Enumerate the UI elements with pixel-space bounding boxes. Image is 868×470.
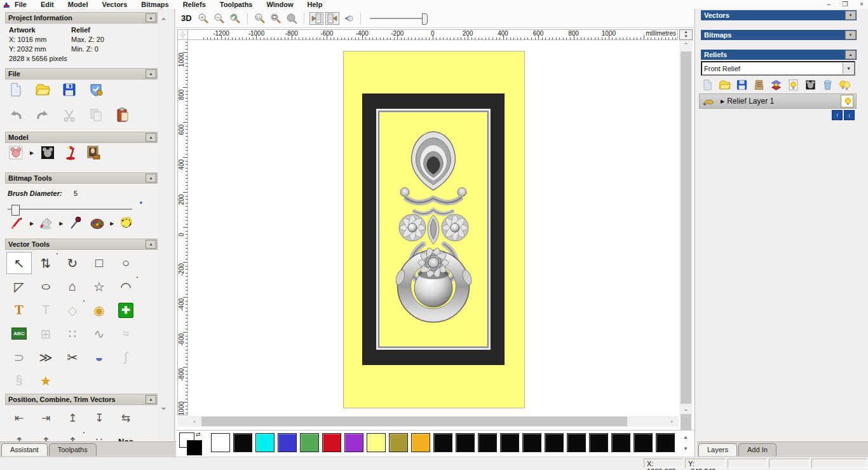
zoom-1to1-icon[interactable]: 1:1 bbox=[253, 11, 267, 25]
flyout-arrow-icon[interactable]: ▶ bbox=[30, 150, 34, 156]
collapse-section-icon[interactable]: ▲ bbox=[146, 133, 156, 142]
menu-vectors[interactable]: Vectors bbox=[102, 1, 128, 8]
flyout-arrow-icon[interactable]: ▶ bbox=[110, 221, 114, 226]
tool-scatter-copies[interactable]: ∷ bbox=[86, 431, 112, 442]
palette-swatch-1[interactable] bbox=[233, 433, 252, 452]
palette-scroll-down-icon[interactable]: ▼ bbox=[681, 445, 690, 453]
units-dropdown-button[interactable]: ▲▼ bbox=[679, 29, 693, 40]
save-model-icon[interactable] bbox=[60, 81, 79, 99]
zoom-previous-icon[interactable] bbox=[228, 11, 242, 25]
bitmap-to-vector-icon[interactable] bbox=[117, 214, 136, 232]
flyout-arrow-icon[interactable]: ▶ bbox=[30, 221, 34, 226]
texture-image-icon[interactable] bbox=[84, 144, 103, 162]
new-layer-icon[interactable] bbox=[701, 78, 714, 92]
section-header-project-information[interactable]: Project Information ▲ bbox=[5, 12, 158, 24]
tool-align-centre[interactable]: ⇆ bbox=[113, 407, 139, 429]
palette-swatch-15[interactable] bbox=[545, 433, 564, 452]
tool-align-left[interactable]: ⇤ bbox=[6, 407, 32, 429]
palette-swatch-12[interactable] bbox=[478, 433, 497, 452]
ruler-corner-crosshair-icon[interactable]: ╬ bbox=[177, 29, 188, 40]
palette-swatch-9[interactable] bbox=[411, 433, 430, 452]
hscroll-thumb[interactable] bbox=[201, 417, 627, 426]
collapse-section-icon[interactable]: ▲ bbox=[146, 240, 156, 249]
section-header-position-combine-trim[interactable]: Position, Combine, Trim Vectors ▲ bbox=[5, 394, 158, 405]
tool-align-bottom[interactable]: ↧ bbox=[86, 407, 112, 429]
tool-create-arc[interactable]: ◠▪ bbox=[113, 275, 139, 298]
palette-swatch-19[interactable] bbox=[634, 433, 653, 452]
tab-toolpaths[interactable]: Toolpaths bbox=[49, 443, 97, 456]
greyscale-layer-icon[interactable] bbox=[804, 78, 817, 92]
move-layer-down-button[interactable]: ↓ bbox=[844, 110, 855, 120]
scroll-right-icon[interactable]: › bbox=[667, 416, 677, 427]
tool-node-editing[interactable]: ⇅▪ bbox=[33, 252, 58, 274]
collapse-section-icon[interactable]: ▲ bbox=[146, 13, 156, 22]
menu-toolpaths[interactable]: Toolpaths bbox=[220, 1, 253, 8]
slider-handle[interactable] bbox=[422, 13, 428, 25]
tool-paste-along-curve[interactable]: ∷ bbox=[60, 322, 85, 345]
vscroll-thumb[interactable] bbox=[681, 52, 691, 433]
tool-vector-library[interactable]: ★ bbox=[33, 370, 58, 392]
palette-swatch-3[interactable] bbox=[278, 433, 297, 452]
lighting-icon[interactable] bbox=[61, 144, 80, 162]
scroll-up-icon[interactable]: ⌃ bbox=[679, 40, 693, 50]
toggle-all-visibility-icon[interactable] bbox=[838, 78, 851, 92]
tab-add-in[interactable]: Add In bbox=[738, 443, 776, 456]
tool-create-ellipse[interactable]: ○ bbox=[33, 275, 58, 298]
tool-measure-tool[interactable]: ◉ bbox=[86, 299, 112, 321]
collapse-panel-icon[interactable]: ▲ bbox=[845, 50, 856, 59]
toggle-right-panel-icon[interactable] bbox=[325, 12, 339, 25]
tool-envelope-distort[interactable]: ⊞ bbox=[33, 322, 58, 345]
relief-layer-row[interactable]: + ▶ Relief Layer 1 bbox=[699, 93, 857, 109]
palette-swatch-18[interactable] bbox=[611, 433, 630, 452]
zoom-slider[interactable] bbox=[370, 13, 430, 24]
scroll-down-icon[interactable]: ⌄ bbox=[160, 402, 167, 411]
menu-help[interactable]: Help bbox=[308, 1, 323, 8]
palette-icon[interactable] bbox=[88, 214, 107, 232]
layer-visibility-icon[interactable] bbox=[787, 78, 800, 92]
cut-icon[interactable] bbox=[60, 106, 79, 124]
tool-fillet-tool[interactable]: ◒ bbox=[86, 346, 112, 368]
flyout-arrow-icon[interactable]: ▶ bbox=[59, 221, 63, 226]
palette-swatch-8[interactable] bbox=[389, 433, 408, 452]
scroll-down-icon[interactable]: ⌄ bbox=[679, 404, 693, 414]
save-layer-icon[interactable] bbox=[735, 78, 749, 92]
collapse-section-icon[interactable]: ▲ bbox=[146, 395, 156, 404]
tool-align-right[interactable]: ⇥ bbox=[33, 407, 58, 429]
tool-create-star[interactable]: ☆ bbox=[86, 275, 112, 298]
tool-join-vectors[interactable]: ∫ bbox=[113, 346, 139, 368]
tool-sharpen-corner[interactable]: ≫ bbox=[33, 346, 58, 368]
menu-edit[interactable]: Edit bbox=[41, 1, 54, 8]
tool-create-circle[interactable]: ○ bbox=[113, 252, 139, 274]
tool-align-vertical-2[interactable]: ↥ bbox=[33, 431, 58, 442]
merge-layers-icon[interactable] bbox=[770, 78, 783, 92]
tool-select-vectors[interactable]: ↖ bbox=[6, 252, 32, 274]
menu-reliefs[interactable]: Reliefs bbox=[183, 1, 206, 8]
toggle-left-panel-icon[interactable] bbox=[309, 12, 323, 25]
copy-icon[interactable] bbox=[86, 106, 105, 124]
menu-bitmaps[interactable]: Bitmaps bbox=[141, 1, 168, 8]
vectors-panel-header[interactable]: Vectors ▼ bbox=[701, 10, 857, 20]
layer-visibility-button[interactable] bbox=[841, 95, 853, 107]
combo-dropdown-icon[interactable]: ▼ bbox=[843, 63, 854, 74]
secondary-colour-swatch[interactable] bbox=[187, 440, 202, 455]
undo-icon[interactable] bbox=[6, 106, 25, 124]
restore-button[interactable]: ❐ bbox=[840, 1, 850, 8]
zoom-object-icon[interactable] bbox=[285, 11, 299, 25]
redo-icon[interactable] bbox=[33, 106, 52, 124]
tool-nesting[interactable]: Nes bbox=[113, 431, 139, 442]
tool-transform-vectors[interactable]: ↻ bbox=[60, 252, 85, 274]
tool-create-rectangle[interactable]: □ bbox=[86, 252, 112, 274]
section-header-model[interactable]: Model ▲ bbox=[5, 132, 158, 143]
expand-panel-icon[interactable]: ▼ bbox=[845, 31, 856, 39]
section-header-bitmap-tools[interactable]: Bitmap Tools ▲ bbox=[5, 172, 158, 184]
preferences-icon[interactable] bbox=[86, 81, 105, 99]
menu-file[interactable]: File bbox=[15, 1, 27, 8]
tool-offset-vectors[interactable]: ◇▪ bbox=[60, 299, 85, 321]
model-viewport[interactable] bbox=[188, 40, 679, 415]
flood-fill-icon[interactable] bbox=[37, 214, 56, 232]
greyscale-preview-icon[interactable] bbox=[38, 144, 57, 162]
collapse-section-icon[interactable]: ▲ bbox=[146, 174, 156, 183]
tool-align-vertical-1[interactable]: ↥ bbox=[6, 431, 32, 442]
relief-selector-combo[interactable]: Front Relief ▼ bbox=[701, 61, 855, 76]
tool-create-vector-text[interactable]: T bbox=[6, 299, 32, 321]
